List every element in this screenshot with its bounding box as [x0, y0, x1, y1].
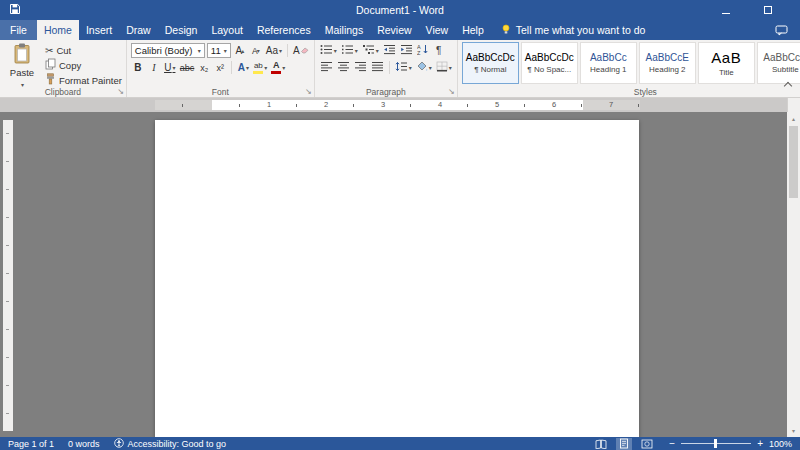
highlight-color-button[interactable]: ab: [252, 60, 268, 75]
down-arrow-icon: ▾: [257, 47, 260, 54]
increase-indent-icon: [400, 44, 413, 57]
style-heading-1[interactable]: AaBbCc Heading 1: [580, 42, 637, 84]
tab-design[interactable]: Design: [158, 20, 205, 40]
eraser-icon: [300, 45, 309, 56]
font-size-combobox[interactable]: 11: [207, 43, 231, 58]
cut-button[interactable]: ✂ Cut: [45, 43, 122, 57]
ruler-toggle-button[interactable]: [787, 98, 800, 112]
tab-help[interactable]: Help: [455, 20, 491, 40]
ruler-number: 5: [492, 100, 502, 110]
dropdown-arrow-icon: [263, 62, 267, 73]
format-painter-button[interactable]: Format Painter: [45, 73, 122, 87]
underline-button[interactable]: U: [163, 60, 177, 75]
paste-button[interactable]: Paste: [4, 42, 40, 86]
page-indicator[interactable]: Page 1 of 1: [8, 439, 54, 449]
decrease-indent-icon: [383, 44, 396, 57]
multilevel-list-button[interactable]: [361, 43, 380, 58]
maximize-icon[interactable]: [764, 4, 772, 16]
tab-view[interactable]: View: [419, 20, 456, 40]
change-case-button[interactable]: Aa: [265, 43, 283, 58]
italic-button[interactable]: I: [147, 60, 161, 75]
tab-file[interactable]: File: [0, 20, 37, 40]
scroll-up-icon[interactable]: ▴: [787, 112, 800, 125]
bullets-button[interactable]: [319, 43, 338, 58]
dropdown-arrow-icon: [245, 62, 249, 73]
style-title[interactable]: AaB Title: [698, 42, 755, 84]
dropdown-arrow-icon: [448, 62, 452, 73]
change-case-glyph: Aa: [266, 45, 278, 56]
copy-button[interactable]: Copy: [45, 58, 122, 72]
tell-me-box[interactable]: Tell me what you want to do: [501, 20, 646, 40]
increase-indent-button[interactable]: [399, 43, 414, 58]
align-center-icon: [337, 61, 350, 74]
subscript-button[interactable]: x₂: [197, 60, 211, 75]
ruler-number: 6: [549, 100, 559, 110]
divider: [287, 44, 288, 57]
superscript-button[interactable]: x²: [213, 60, 227, 75]
style-no-spacing[interactable]: AaBbCcDc ¶ No Spac...: [521, 42, 578, 84]
tab-layout[interactable]: Layout: [204, 20, 250, 40]
justify-icon: [371, 61, 384, 74]
dropdown-arrow-icon: [278, 45, 282, 56]
clear-formatting-button[interactable]: A: [292, 43, 310, 58]
accessibility-status[interactable]: Accessibility: Good to go: [114, 438, 227, 450]
font-size-value: 11: [211, 45, 221, 56]
bold-button[interactable]: B: [131, 60, 145, 75]
align-left-button[interactable]: [319, 60, 334, 75]
borders-button[interactable]: [435, 60, 453, 75]
numbering-button[interactable]: [340, 43, 359, 58]
style-subtitle[interactable]: AaBbCcC Subtitle: [757, 42, 800, 84]
tab-insert[interactable]: Insert: [79, 20, 119, 40]
scrollbar-thumb[interactable]: [789, 126, 798, 198]
style-preview: AaBbCc: [590, 52, 627, 63]
underline-glyph: U: [164, 62, 171, 73]
zoom-level[interactable]: 100%: [769, 439, 792, 449]
paragraph-group-label: Paragraph: [315, 87, 457, 97]
show-hide-paragraph-button[interactable]: ¶: [432, 43, 446, 58]
style-heading-2[interactable]: AaBbCcE Heading 2: [639, 42, 696, 84]
shrink-font-button[interactable]: A▾: [249, 43, 263, 58]
clipboard-dialog-launcher-icon[interactable]: ↘: [117, 87, 124, 97]
document-page[interactable]: [155, 120, 639, 437]
zoom-slider[interactable]: [681, 443, 751, 444]
style-normal[interactable]: AaBbCcDc ¶ Normal: [462, 42, 519, 84]
save-icon[interactable]: [9, 3, 21, 17]
tab-draw[interactable]: Draw: [119, 20, 158, 40]
word-count[interactable]: 0 words: [68, 439, 100, 449]
shading-button[interactable]: [415, 60, 433, 75]
tab-mailings[interactable]: Mailings: [318, 20, 371, 40]
svg-text:Z: Z: [417, 50, 421, 55]
zoom-out-icon[interactable]: −: [669, 439, 675, 449]
justify-button[interactable]: [370, 60, 385, 75]
read-mode-icon[interactable]: [593, 438, 609, 450]
sort-icon: AZ: [417, 44, 429, 57]
font-color-button[interactable]: A: [270, 60, 286, 75]
tab-references[interactable]: References: [250, 20, 318, 40]
comment-icon[interactable]: [775, 20, 800, 40]
highlight-icon: ab: [253, 61, 263, 74]
align-right-button[interactable]: [353, 60, 368, 75]
web-layout-icon[interactable]: [639, 438, 655, 450]
font-dialog-launcher-icon[interactable]: ↘: [305, 87, 312, 97]
minimize-icon[interactable]: [722, 4, 730, 16]
document-area: ▴ ▾: [0, 112, 800, 437]
paragraph-dialog-launcher-icon[interactable]: ↘: [448, 87, 455, 97]
font-name-combobox[interactable]: Calibri (Body): [131, 43, 205, 58]
tab-review[interactable]: Review: [370, 20, 418, 40]
strikethrough-button[interactable]: abc: [179, 60, 196, 75]
horizontal-ruler[interactable]: 1 2 3 4 5 6 7: [155, 100, 640, 110]
print-layout-icon[interactable]: [616, 438, 632, 450]
zoom-in-icon[interactable]: +: [757, 439, 763, 449]
vertical-ruler[interactable]: [3, 120, 13, 431]
decrease-indent-button[interactable]: [382, 43, 397, 58]
text-effects-button[interactable]: A: [236, 60, 250, 75]
sort-button[interactable]: AZ: [416, 43, 430, 58]
line-spacing-button[interactable]: [394, 60, 413, 75]
vertical-scrollbar[interactable]: ▴ ▾: [787, 112, 800, 437]
scroll-down-icon[interactable]: ▾: [787, 424, 800, 437]
bullets-icon: [320, 44, 333, 57]
align-center-button[interactable]: [336, 60, 351, 75]
tab-home[interactable]: Home: [37, 20, 79, 40]
zoom-slider-thumb[interactable]: [714, 439, 717, 448]
grow-font-button[interactable]: A▴: [233, 43, 247, 58]
